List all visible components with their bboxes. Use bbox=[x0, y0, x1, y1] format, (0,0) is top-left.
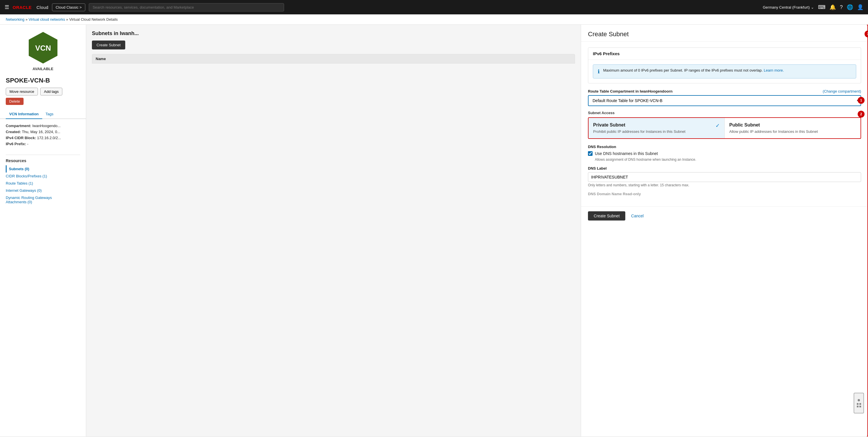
subnet-access-label: Subnet Access bbox=[588, 111, 861, 115]
ipv6-section-body: ℹ Maximum amount of 0 IPv6 prefixes per … bbox=[588, 60, 861, 83]
dns-input-label: DNS Label bbox=[588, 166, 861, 171]
search-input[interactable] bbox=[89, 3, 284, 11]
ipv6-info-banner: ℹ Maximum amount of 0 IPv6 prefixes per … bbox=[593, 64, 856, 79]
tab-tags[interactable]: Tags bbox=[42, 110, 57, 118]
private-subnet-option[interactable]: Private Subnet ✓ Prohibit public IP addr… bbox=[589, 118, 725, 138]
create-subnet-submit-button[interactable]: Create Subnet bbox=[588, 211, 625, 221]
dns-checkbox[interactable] bbox=[588, 151, 593, 156]
vcn-hexagon: VCN bbox=[26, 30, 60, 65]
vcn-info: Compartment: IwanHoogendo... Created: Th… bbox=[0, 119, 86, 152]
dns-label-input[interactable] bbox=[588, 172, 861, 182]
ipv6-section: IPv6 Prefixes ℹ Maximum amount of 0 IPv6… bbox=[588, 48, 861, 83]
route-table-label: Route Table Compartment in IwanHoogendoo… bbox=[588, 89, 673, 93]
learn-more-link[interactable]: Learn more. bbox=[764, 68, 784, 72]
dns-checkbox-label: Use DNS hostnames in this Subnet bbox=[595, 151, 658, 156]
svg-text:VCN: VCN bbox=[35, 44, 51, 52]
compartment-row: Compartment: IwanHoogendo... bbox=[6, 124, 80, 128]
side-helper-widget bbox=[854, 393, 864, 413]
left-panel: VCN AVAILABLE SPOKE-VCN-B Move resource … bbox=[0, 25, 86, 436]
cancel-button[interactable]: Cancel bbox=[629, 211, 646, 221]
subnets-title: Subnets in Iwanh... bbox=[92, 30, 575, 36]
subnet-access-wrapper: Subnet Access 2 Private Subnet ✓ Prohibi… bbox=[588, 111, 861, 139]
private-subnet-checkmark: ✓ bbox=[715, 122, 720, 129]
main-layout: VCN AVAILABLE SPOKE-VCN-B Move resource … bbox=[0, 25, 868, 436]
resource-internet-gateways[interactable]: Internet Gateways (0) bbox=[6, 187, 80, 194]
dns-label-group: DNS Label Only letters and numbers, star… bbox=[588, 166, 861, 187]
created-row: Created: Thu, May 16, 2024, 0... bbox=[6, 130, 80, 134]
bell-icon[interactable]: 🔔 bbox=[830, 4, 836, 10]
middle-panel: Subnets in Iwanh... Create Subnet Name bbox=[86, 25, 581, 436]
subnet-options: Private Subnet ✓ Prohibit public IP addr… bbox=[588, 117, 861, 139]
dns-domain-label: DNS Domain Name Read-only bbox=[588, 192, 861, 196]
private-subnet-desc: Prohibit public IP addresses for Instanc… bbox=[593, 129, 720, 134]
breadcrumb-current: Virtual Cloud Network Details bbox=[69, 17, 118, 22]
breadcrumb-vcn[interactable]: Virtual cloud networks bbox=[29, 17, 65, 22]
terminal-icon[interactable]: ⌨ bbox=[818, 4, 826, 10]
tab-vcn-information[interactable]: VCN Information bbox=[6, 110, 42, 119]
hamburger-icon[interactable]: ☰ bbox=[5, 4, 9, 10]
top-nav: ☰ ORACLE Cloud Cloud Classic > Germany C… bbox=[0, 0, 868, 14]
breadcrumb-sep2: » bbox=[66, 17, 69, 22]
vcn-icon-area: VCN AVAILABLE bbox=[0, 25, 86, 77]
panel-header: Create Subnet bbox=[581, 25, 868, 42]
add-tags-button[interactable]: Add tags bbox=[40, 88, 62, 95]
create-subnet-panel: 3 Create Subnet IPv6 Prefixes ℹ Maximum … bbox=[581, 25, 868, 436]
resource-drg[interactable]: Dynamic Routing GatewaysAttachments (0) bbox=[6, 194, 80, 206]
ipv6-section-header: IPv6 Prefixes bbox=[588, 48, 861, 60]
route-table-group: Route Table Compartment in IwanHoogendoo… bbox=[588, 89, 861, 106]
chevron-down-icon: ⌄ bbox=[811, 5, 814, 9]
ipv4-cidr-row: IPv4 CIDR Block: 172.16.2.0/2... bbox=[6, 136, 80, 140]
tabs-row: VCN Information Tags bbox=[0, 110, 86, 119]
nav-right: Germany Central (Frankfurt) ⌄ ⌨ 🔔 ? 🌐 👤 bbox=[763, 4, 863, 10]
info-icon: ℹ bbox=[598, 68, 600, 75]
dns-char-hint: Only letters and numbers, starting with … bbox=[588, 183, 861, 187]
annotation-2: 2 bbox=[858, 111, 865, 118]
move-resource-button[interactable]: Move resource bbox=[6, 88, 38, 95]
vcn-hexagon-svg: VCN bbox=[26, 30, 60, 65]
dns-domain-group: DNS Domain Name Read-only bbox=[588, 192, 861, 196]
resource-subnets[interactable]: Subnets (0) bbox=[6, 165, 80, 173]
change-compartment-link[interactable]: (Change compartment) bbox=[823, 89, 861, 93]
breadcrumb: Networking » Virtual cloud networks » Vi… bbox=[0, 14, 868, 25]
oracle-logo: ORACLE Cloud bbox=[13, 5, 49, 10]
globe-icon[interactable]: 🌐 bbox=[847, 4, 853, 10]
route-table-select[interactable]: Default Route Table for SPOKE-VCN-B bbox=[588, 95, 861, 106]
vcn-buttons: Move resource Add tags Delete bbox=[0, 88, 86, 110]
dns-resolution-label: DNS Resolution bbox=[588, 145, 861, 149]
vcn-name: SPOKE-VCN-B bbox=[0, 77, 86, 88]
panel-footer: Create Subnet Cancel bbox=[581, 206, 868, 225]
resource-route-tables[interactable]: Route Tables (1) bbox=[6, 180, 80, 187]
region-selector[interactable]: Germany Central (Frankfurt) ⌄ bbox=[763, 5, 814, 9]
breadcrumb-networking[interactable]: Networking bbox=[6, 17, 24, 22]
dns-help-text: Allows assignment of DNS hostname when l… bbox=[595, 157, 861, 162]
vcn-status: AVAILABLE bbox=[32, 67, 53, 71]
dns-checkbox-row: Use DNS hostnames in this Subnet bbox=[588, 151, 861, 156]
cloud-classic-button[interactable]: Cloud Classic > bbox=[52, 3, 86, 11]
panel-body: IPv6 Prefixes ℹ Maximum amount of 0 IPv6… bbox=[581, 42, 868, 206]
public-subnet-desc: Allow public IP addresses for Instances … bbox=[729, 129, 856, 134]
ipv6-prefix-row: IPv6 Prefix: - bbox=[6, 142, 80, 146]
resources-section: Resources Subnets (0) CIDR Blocks/Prefix… bbox=[0, 155, 86, 206]
resources-title: Resources bbox=[6, 155, 80, 165]
resource-cidr-blocks[interactable]: CIDR Blocks/Prefixes (1) bbox=[6, 173, 80, 180]
private-subnet-title: Private Subnet bbox=[593, 122, 625, 128]
table-header: Name bbox=[92, 54, 575, 63]
delete-button[interactable]: Delete bbox=[6, 98, 24, 105]
create-subnet-button[interactable]: Create Subnet bbox=[92, 40, 125, 50]
annotation-1: 1 bbox=[858, 97, 865, 104]
public-subnet-title: Public Subnet bbox=[729, 122, 856, 128]
helper-grid bbox=[857, 403, 861, 407]
panel-title: Create Subnet bbox=[588, 30, 861, 38]
help-icon[interactable]: ? bbox=[840, 4, 843, 10]
public-subnet-option[interactable]: Public Subnet Allow public IP addresses … bbox=[725, 118, 861, 138]
user-icon[interactable]: 👤 bbox=[857, 4, 863, 10]
dns-section: DNS Resolution Use DNS hostnames in this… bbox=[588, 145, 861, 162]
helper-dot-1 bbox=[858, 399, 860, 401]
breadcrumb-sep1: » bbox=[26, 17, 29, 22]
